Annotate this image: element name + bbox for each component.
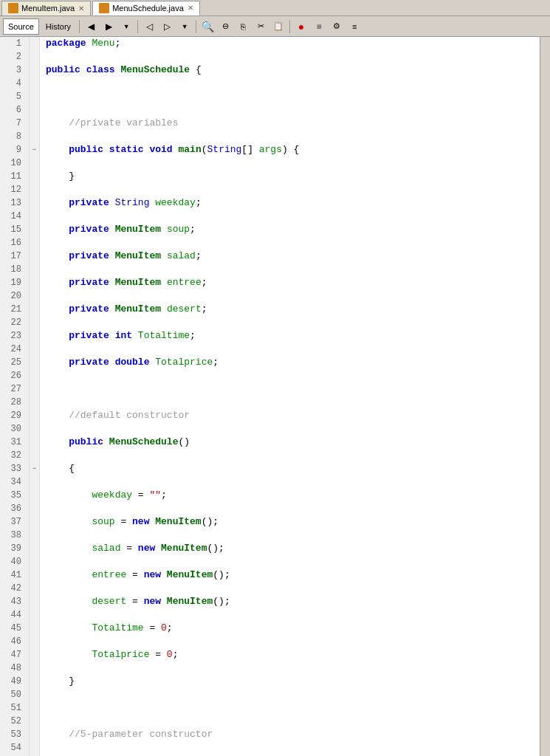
ln-12: 12 xyxy=(0,183,25,196)
code-line-50 xyxy=(46,688,540,701)
code-line-28 xyxy=(46,396,540,409)
code-line-13: private String weekday; xyxy=(46,196,540,210)
ln-21: 21 xyxy=(0,303,25,316)
code-line-37: soup = new MenuItem(); xyxy=(46,515,540,529)
toolbar-extra2[interactable]: ≡ xyxy=(346,18,362,35)
code-line-3: public class MenuSchedule { xyxy=(46,63,540,77)
fold-10 xyxy=(30,157,39,170)
code-line-41: entree = new MenuItem(); xyxy=(46,568,540,582)
zoom-in-button[interactable]: 🔍 xyxy=(199,18,216,35)
ln-13: 13 xyxy=(0,196,25,210)
ln-23: 23 xyxy=(0,329,25,343)
fold-36 xyxy=(30,502,39,515)
code-line-48 xyxy=(46,662,540,675)
fold-33[interactable]: − xyxy=(30,462,39,475)
fold-28 xyxy=(30,396,39,409)
fold-7 xyxy=(30,117,39,130)
ln-26: 26 xyxy=(0,369,25,382)
code-line-14 xyxy=(46,210,540,223)
code-line-17: private MenuItem salad; xyxy=(46,250,540,263)
back-button[interactable]: ◀ xyxy=(83,18,99,35)
ln-34: 34 xyxy=(0,475,25,489)
code-line-32 xyxy=(46,449,540,462)
code-line-39: salad = new MenuItem(); xyxy=(46,542,540,555)
code-line-49: } xyxy=(46,675,540,688)
ln-10: 10 xyxy=(0,157,25,170)
code-line-5 xyxy=(46,90,540,103)
paste-button[interactable]: 📋 xyxy=(270,18,286,35)
ln-11: 11 xyxy=(0,170,25,183)
ln-54: 54 xyxy=(0,741,25,755)
fold-24 xyxy=(30,343,39,356)
code-line-11: } xyxy=(46,170,540,183)
fold-43 xyxy=(30,595,39,608)
fold-15 xyxy=(30,223,39,236)
code-line-27 xyxy=(46,382,540,396)
ln-6: 6 xyxy=(0,103,25,117)
stop-button[interactable]: ■ xyxy=(311,18,327,35)
fold-25 xyxy=(30,356,39,369)
code-line-52 xyxy=(46,715,540,728)
zoom-out-button[interactable]: ⊖ xyxy=(217,18,233,35)
code-line-1: package Menu; xyxy=(46,37,540,50)
code-line-53: //5-parameter constructor xyxy=(46,728,540,741)
ln-33: 33 xyxy=(0,462,25,475)
fold-19 xyxy=(30,276,39,289)
fold-26 xyxy=(30,369,39,382)
copy-button[interactable]: ⎘ xyxy=(235,18,251,35)
code-line-33: { xyxy=(46,462,540,475)
toolbar-sep-2 xyxy=(137,20,138,33)
code-line-12 xyxy=(46,183,540,196)
fold-20 xyxy=(30,289,39,303)
dropdown-button[interactable]: ▼ xyxy=(118,18,134,35)
fold-42 xyxy=(30,582,39,595)
ide-window: MenuItem.java ✕ MenuSchedule.java ✕ Sour… xyxy=(0,0,550,756)
code-line-36 xyxy=(46,502,540,515)
history-button[interactable]: History xyxy=(41,18,76,35)
tab-menuschedule-close[interactable]: ✕ xyxy=(188,4,193,12)
code-line-19: private MenuItem entree; xyxy=(46,276,540,289)
dropdown2-button[interactable]: ▼ xyxy=(176,18,193,35)
ln-29: 29 xyxy=(0,409,25,422)
fold-38 xyxy=(30,529,39,542)
fold-23 xyxy=(30,329,39,343)
ln-45: 45 xyxy=(0,622,25,635)
code-line-42 xyxy=(46,582,540,595)
fold-3 xyxy=(30,63,39,77)
scrollbar-right[interactable] xyxy=(540,37,550,756)
fold-51 xyxy=(30,701,39,715)
ln-30: 30 xyxy=(0,422,25,436)
ln-22: 22 xyxy=(0,316,25,329)
code-editor[interactable]: package Menu; public class MenuSchedule … xyxy=(40,37,540,756)
tab-menuschedule[interactable]: MenuSchedule.java ✕ xyxy=(92,1,200,16)
source-button[interactable]: Source xyxy=(3,18,39,35)
fold-54 xyxy=(30,741,39,755)
ln-17: 17 xyxy=(0,250,25,263)
fold-9[interactable]: − xyxy=(30,143,39,157)
tab-menuitem[interactable]: MenuItem.java ✕ xyxy=(1,1,91,16)
tab-menuitem-close[interactable]: ✕ xyxy=(78,4,84,13)
ln-51: 51 xyxy=(0,701,25,715)
fold-22 xyxy=(30,316,39,329)
fold-27 xyxy=(30,382,39,396)
forward2-button[interactable]: ▷ xyxy=(159,18,175,35)
forward-button[interactable]: ▶ xyxy=(100,18,117,35)
tab-menuitem-label: MenuItem.java xyxy=(21,4,75,13)
fold-6 xyxy=(30,103,39,117)
fold-14 xyxy=(30,210,39,223)
ln-38: 38 xyxy=(0,529,25,542)
tab-menuschedule-label: MenuSchedule.java xyxy=(112,4,184,13)
fold-50 xyxy=(30,688,39,701)
code-line-40 xyxy=(46,555,540,568)
code-line-4 xyxy=(46,77,540,90)
fold-47 xyxy=(30,648,39,662)
toolbar-extra1[interactable]: ⚙ xyxy=(329,18,345,35)
back2-button[interactable]: ◁ xyxy=(141,18,157,35)
code-line-15: private MenuItem soup; xyxy=(46,223,540,236)
java-icon-menuschedule xyxy=(99,3,109,13)
java-icon-menuitem xyxy=(8,3,18,13)
code-line-18 xyxy=(46,263,540,276)
run-button[interactable]: ● xyxy=(293,18,309,35)
ln-19: 19 xyxy=(0,276,25,289)
cut-button[interactable]: ✂ xyxy=(252,18,269,35)
